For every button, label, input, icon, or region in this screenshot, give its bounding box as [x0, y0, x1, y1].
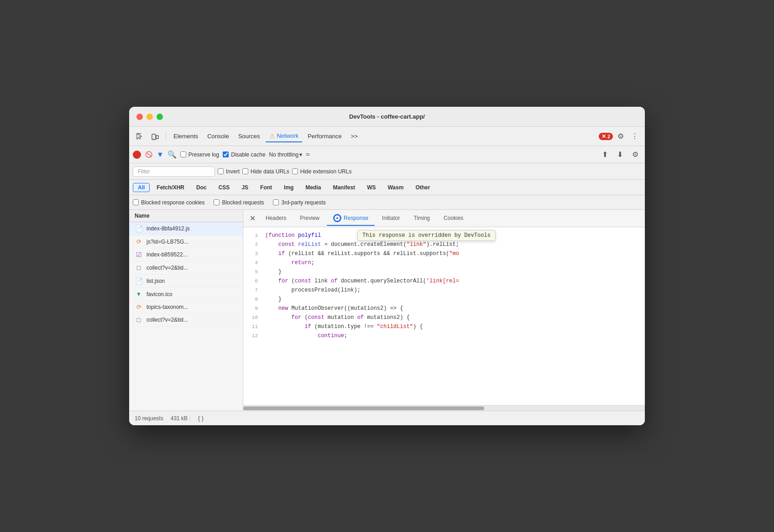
code-area[interactable]: This response is overridden by DevTools …: [243, 227, 645, 405]
filter-row: Invert Hide data URLs Hide extension URL…: [129, 163, 645, 180]
preserve-log-checkbox[interactable]: [180, 151, 186, 157]
settings-btn[interactable]: ⚙: [615, 130, 627, 142]
hide-data-urls-checkbox[interactable]: [242, 168, 248, 174]
tab-performance[interactable]: Performance: [304, 131, 345, 141]
blocked-requests-label[interactable]: Blocked requests: [214, 199, 264, 206]
file-item-collect2[interactable]: □ collect?v=2&tid...: [129, 313, 243, 327]
status-bar: 10 requests 431 kB : { }: [129, 411, 645, 425]
tab-divider: [166, 132, 166, 141]
type-btn-doc[interactable]: Doc: [191, 183, 212, 192]
maximize-button[interactable]: [157, 114, 163, 120]
type-btn-js[interactable]: JS: [236, 183, 253, 192]
file-icon-4: 📄: [135, 277, 143, 285]
hide-data-urls-label[interactable]: Hide data URLs: [242, 168, 289, 175]
code-line-7: 7 processPreload(link);: [243, 286, 645, 295]
type-btn-ws[interactable]: WS: [362, 183, 381, 192]
detail-close-btn[interactable]: ✕: [247, 213, 258, 224]
disable-cache-label[interactable]: Disable cache: [223, 151, 265, 158]
type-btn-media[interactable]: Media: [300, 183, 326, 192]
blocked-cookies-checkbox[interactable]: [133, 199, 139, 205]
code-line-3: 3 if (relList && relList.supports && rel…: [243, 249, 645, 258]
file-item-collect1[interactable]: □ collect?v=2&tid...: [129, 261, 243, 275]
clear-log-btn[interactable]: 🚫: [145, 151, 153, 159]
detail-tab-response[interactable]: Response: [327, 211, 375, 226]
network-settings-btn[interactable]: ⚙: [629, 148, 641, 161]
type-btn-wasm[interactable]: Wasm: [382, 183, 408, 192]
tab-console[interactable]: Console: [204, 131, 233, 141]
file-item-topics[interactable]: ⟳ topics-taxonom...: [129, 301, 243, 313]
file-icon-2: ☑: [135, 251, 143, 258]
type-btn-img[interactable]: Img: [279, 183, 298, 192]
detail-tab-initiator[interactable]: Initiator: [376, 212, 406, 225]
error-count: 2: [607, 134, 610, 139]
hide-extension-urls-checkbox[interactable]: [292, 168, 298, 174]
download-icon[interactable]: ⬇: [614, 148, 626, 161]
file-icon-0: 📄: [135, 225, 143, 232]
file-item-index-b859[interactable]: ☑ index-b859522...: [129, 248, 243, 261]
detail-tab-timing[interactable]: Timing: [407, 212, 436, 225]
error-x: ✕: [601, 133, 606, 140]
blocked-cookies-label[interactable]: Blocked response cookies: [133, 199, 204, 206]
cursor-icon: [136, 132, 144, 141]
detail-panel: ✕ Headers Preview Response Initiator Tim…: [243, 210, 645, 411]
blocked-row: Blocked response cookies Blocked request…: [129, 195, 645, 210]
device-toolbar-btn[interactable]: [148, 130, 162, 142]
tab-elements[interactable]: Elements: [170, 131, 202, 141]
filter-input[interactable]: [133, 167, 215, 177]
file-item-index-8bfa[interactable]: 📄 index-8bfa4912.js: [129, 222, 243, 235]
type-btn-fetch[interactable]: Fetch/XHR: [152, 183, 189, 192]
response-icon-dot: [336, 217, 339, 219]
search-icon[interactable]: 🔍: [167, 150, 177, 159]
file-icon-7: □: [135, 316, 143, 323]
code-line-9: 9 new MutationObserver((mutations2) => {: [243, 304, 645, 313]
file-name-1: js?id=G-LB75G...: [146, 239, 237, 245]
disable-cache-checkbox[interactable]: [223, 151, 229, 157]
file-name-5: favicon.ico: [146, 291, 237, 297]
detail-tab-headers[interactable]: Headers: [259, 212, 293, 225]
file-item-favicon[interactable]: ▼ favicon.ico: [129, 288, 243, 301]
code-line-8: 8 }: [243, 295, 645, 304]
detail-tab-cookies[interactable]: Cookies: [437, 212, 470, 225]
inspect-element-btn[interactable]: [133, 130, 146, 142]
tab-network[interactable]: ⚠ Network: [266, 130, 303, 142]
upload-icon[interactable]: ⬆: [599, 148, 611, 161]
file-name-4: list.json: [146, 278, 237, 284]
more-tabs-btn[interactable]: >>: [347, 131, 361, 141]
type-btn-manifest[interactable]: Manifest: [328, 183, 360, 192]
more-options-btn[interactable]: ⋮: [628, 130, 641, 142]
invert-checkbox[interactable]: [218, 168, 224, 174]
throttle-arrow: ▾: [299, 151, 302, 158]
close-button[interactable]: [136, 114, 143, 120]
record-btn[interactable]: [133, 151, 141, 159]
svg-point-4: [153, 138, 154, 139]
type-btn-css[interactable]: CSS: [214, 183, 235, 192]
file-item-list[interactable]: 📄 list.json: [129, 275, 243, 288]
detail-tab-preview[interactable]: Preview: [293, 212, 326, 225]
format-btn[interactable]: { }: [198, 415, 204, 422]
third-party-checkbox[interactable]: [273, 199, 279, 205]
minimize-button[interactable]: [146, 114, 153, 120]
code-line-2: 2 const relList = document.createElement…: [243, 240, 645, 249]
file-list: Name 📄 index-8bfa4912.js ⟳ js?id=G-LB75G…: [129, 210, 243, 411]
type-btn-all[interactable]: All: [133, 183, 150, 192]
preserve-log-label[interactable]: Preserve log: [180, 151, 219, 158]
blocked-requests-checkbox[interactable]: [214, 199, 220, 205]
warning-icon: ⚠: [269, 132, 275, 140]
file-icon-6: ⟳: [135, 303, 143, 310]
horizontal-scrollbar[interactable]: [243, 405, 645, 411]
scrollbar-thumb[interactable]: [243, 407, 484, 410]
filter-icon[interactable]: ▼: [157, 151, 164, 159]
type-btn-font[interactable]: Font: [255, 183, 277, 192]
code-line-6: 6 for (const link of document.querySelec…: [243, 276, 645, 286]
svg-rect-3: [156, 136, 158, 139]
type-btn-other[interactable]: Other: [410, 183, 435, 192]
invert-label[interactable]: Invert: [218, 168, 240, 175]
file-name-3: collect?v=2&tid...: [146, 265, 237, 271]
file-item-js-lb75g[interactable]: ⟳ js?id=G-LB75G...: [129, 235, 243, 248]
third-party-label[interactable]: 3rd-party requests: [273, 199, 325, 206]
file-name-6: topics-taxonom...: [146, 304, 237, 310]
hide-extension-urls-label[interactable]: Hide extension URLs: [292, 168, 352, 175]
file-icon-3: □: [135, 264, 143, 271]
tab-sources[interactable]: Sources: [235, 131, 264, 141]
throttle-select[interactable]: No throttling ▾: [269, 151, 303, 158]
